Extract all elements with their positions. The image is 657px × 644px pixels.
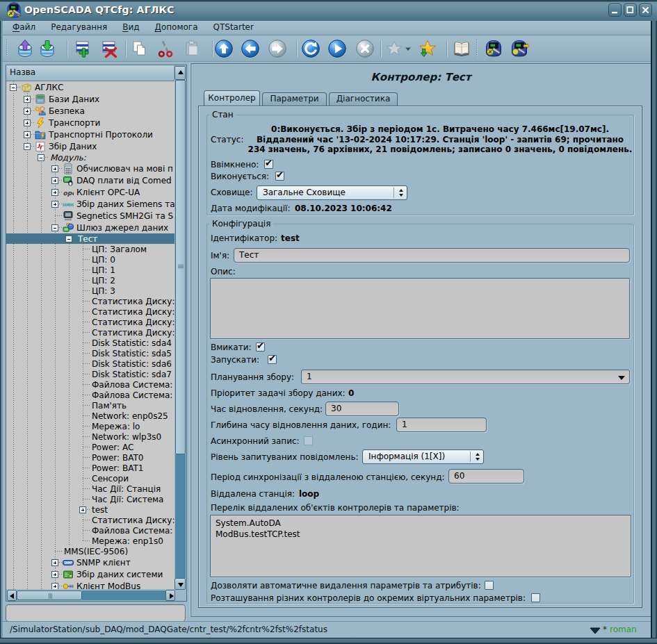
tree-item-network-enp0s25[interactable]: Network: enp0s25	[6, 411, 175, 421]
scroll-up-button[interactable]	[175, 66, 186, 80]
hscroll-track[interactable]	[82, 591, 165, 600]
paste-item-button[interactable]	[181, 38, 203, 60]
go-back-button[interactable]	[239, 38, 261, 60]
toolbar-handle[interactable]	[476, 40, 480, 58]
tree-item-шлюз-джерел-даних[interactable]: Шлюз джерел даних	[6, 222, 175, 233]
expander-expanded[interactable]	[65, 236, 72, 242]
start-item-button[interactable]	[326, 38, 348, 60]
tab-diagnostics[interactable]: Діагностика	[329, 92, 398, 106]
tree-item-статистика-диску-[interactable]: Статистика Диску:	[6, 515, 175, 525]
tree-item-test[interactable]: test	[6, 504, 175, 515]
expander-collapsed[interactable]	[24, 96, 31, 103]
expander-collapsed[interactable]	[24, 119, 31, 126]
qtstarter-config-button[interactable]	[482, 38, 505, 60]
expander-collapsed[interactable]	[51, 583, 58, 590]
menu-edit[interactable]: Редагування	[43, 21, 115, 35]
reload-item-button[interactable]	[300, 38, 322, 60]
tree-item-аглкс[interactable]: АГЛКС	[6, 81, 175, 93]
scroll-right-button[interactable]	[165, 590, 175, 601]
menu-help[interactable]: Допомога	[147, 21, 206, 35]
load-from-db-button[interactable]	[14, 38, 36, 60]
qtstarter-vision-button[interactable]	[508, 38, 530, 60]
expander-collapsed[interactable]	[51, 559, 58, 566]
tree-filter-input[interactable]	[6, 604, 186, 622]
close-button[interactable]	[639, 3, 652, 17]
scroll-down-button[interactable]	[175, 578, 186, 590]
go-up-button[interactable]	[213, 38, 235, 60]
tree-item-мережа-lo[interactable]: Мережа: lo	[6, 421, 175, 431]
tree-item-файлова-система-[interactable]: Файлова Система:	[6, 525, 175, 536]
copy-item-button[interactable]	[128, 38, 150, 60]
vscroll-track[interactable]	[175, 454, 186, 578]
tree-item-час-дії-станція[interactable]: Час Дії: Станція	[6, 484, 175, 494]
favorite-add-button[interactable]	[416, 38, 439, 60]
tree-item-збір-даних-системи[interactable]: Збір даних системи	[6, 568, 175, 580]
tab-parameters[interactable]: Параметри	[262, 92, 327, 106]
expander-collapsed[interactable]	[51, 177, 58, 184]
tree-item-транспорти[interactable]: Транспорти	[6, 117, 175, 129]
tree-item-статистика-диску-[interactable]: Статистика Диску:	[6, 327, 175, 338]
menu-file[interactable]: Файл	[5, 21, 43, 35]
title-bar[interactable]: OpenSCADA QTCfg: АГЛКС	[0, 0, 657, 21]
tree-item-статистика-диску-[interactable]: Статистика Диску:	[6, 317, 175, 327]
tree-item-пам-ять[interactable]: Пам'ять	[6, 400, 175, 411]
expander-collapsed[interactable]	[24, 108, 31, 115]
tree-item-disk-statistic-sda4[interactable]: Disk Statistic: sda4	[6, 338, 175, 348]
expander-expanded[interactable]	[38, 154, 44, 161]
tree-item-мережа-enp1s0[interactable]: Мережа: enp1s0	[6, 536, 175, 546]
expander-collapsed[interactable]	[51, 201, 58, 208]
tree-item-збір-даних[interactable]: Збір Даних	[6, 140, 175, 152]
expander-collapsed[interactable]	[24, 131, 31, 138]
maximize-button[interactable]	[624, 3, 637, 17]
tree-item-файлова-система-[interactable]: Файлова Система:	[6, 390, 175, 400]
hscroll-thumb[interactable]	[17, 591, 82, 600]
tree-item-disk-statistic-sda6[interactable]: Disk Statistic: sda6	[6, 358, 175, 369]
tree-item-snmp-клієнт[interactable]: SNMPSNMP клієнт	[6, 556, 175, 568]
tree-item-power-ac[interactable]: Power: AC	[6, 442, 175, 452]
tree-item-daq-плати-від-comed[interactable]: DAQ плати від Comed	[6, 174, 175, 186]
expander-expanded[interactable]	[24, 143, 31, 150]
tree-item-обчислювач-на-мові-п[interactable]: Обчислювач на мові п	[6, 163, 175, 174]
tree-item-модуль-[interactable]: Модуль:	[6, 152, 175, 163]
toolbar-handle[interactable]	[6, 40, 10, 58]
message-level-icon[interactable]	[590, 627, 601, 634]
expander-collapsed[interactable]	[79, 506, 86, 513]
expander-collapsed[interactable]	[51, 165, 58, 172]
tree-item-power-bat0[interactable]: Power: BAT0	[6, 452, 175, 463]
item-add-button[interactable]	[72, 38, 94, 60]
tree-item-сенсори[interactable]: Сенсори	[6, 473, 175, 484]
status-user[interactable]: roman	[610, 625, 637, 634]
tree-item-збір-даних-siemens-та[interactable]: SIEMENSЗбір даних Siemens та	[6, 198, 175, 210]
tree-item-клієнт-modbus[interactable]: Клієнт ModBus	[6, 580, 175, 589]
tree-item-тест[interactable]: Тест	[6, 233, 175, 244]
tree-item-disk-statistic-sda5[interactable]: Disk Statistic: sda5	[6, 348, 175, 358]
tree-item-бази-даних[interactable]: Бази Даних	[6, 93, 175, 105]
menu-qtstarter[interactable]: QTStarter	[206, 21, 261, 35]
favorites-button[interactable]	[383, 38, 412, 60]
vscroll-thumb[interactable]	[175, 80, 186, 454]
tree-item-клієнт-opc-ua[interactable]: opcКлієнт OPC-UA	[6, 186, 175, 198]
tree-item-статистика-диску-[interactable]: Статистика Диску:	[6, 306, 175, 317]
expander-collapsed[interactable]	[51, 571, 58, 578]
tree-item-disk-statistic-sda7[interactable]: Disk Statistic: sda7	[6, 369, 175, 379]
tree-item-транспортні-протоколи[interactable]: Транспортні Протоколи	[6, 129, 175, 140]
save-to-db-button[interactable]	[36, 38, 58, 60]
tree-item-цп-1[interactable]: ЦП: 1	[6, 265, 175, 275]
tree-item-статистика-диску-[interactable]: Статистика Диску:	[6, 296, 175, 306]
tree-item-цп-3[interactable]: ЦП: 3	[6, 286, 175, 296]
tree-item-час-дії-система[interactable]: Час Дії: Система	[6, 494, 175, 504]
tree-item-цп-загалом[interactable]: ЦП: Загалом	[6, 244, 175, 254]
tab-controller[interactable]: Контролер	[204, 90, 260, 106]
go-forward-button[interactable]	[266, 38, 289, 60]
item-delete-button[interactable]	[98, 38, 120, 60]
tree-item-power-bat1[interactable]: Power: BAT1	[6, 463, 175, 473]
expander-expanded[interactable]	[51, 224, 58, 231]
tree-header-name[interactable]: Назва	[6, 65, 175, 81]
expander-expanded[interactable]	[10, 84, 17, 91]
stop-item-button[interactable]	[354, 38, 376, 60]
tree-item-безпека[interactable]: Безпека	[6, 105, 175, 117]
tree-item-цп-2[interactable]: ЦП: 2	[6, 275, 175, 286]
menu-view[interactable]: Вид	[115, 21, 147, 35]
expander-collapsed[interactable]	[51, 189, 58, 196]
minimize-button[interactable]	[608, 3, 622, 17]
